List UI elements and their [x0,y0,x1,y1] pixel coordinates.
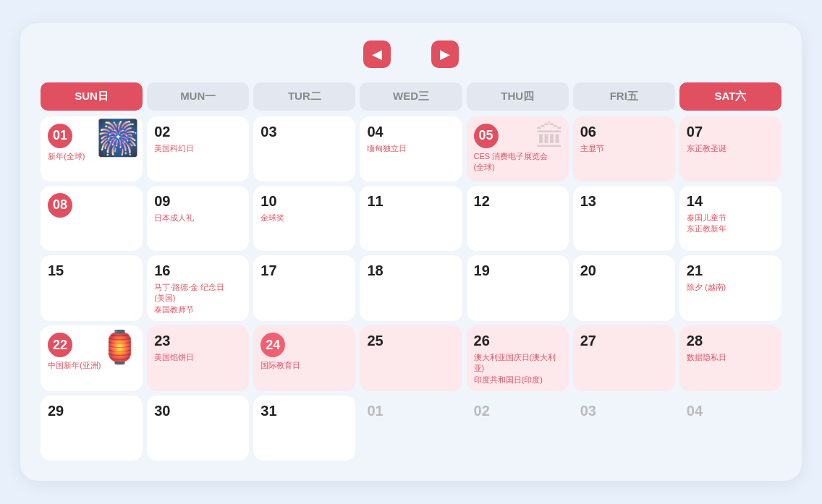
day-cell[interactable]: 15 [41,255,143,321]
day-cell[interactable]: 08 [41,186,143,251]
day-number: 10 [260,193,276,210]
event-label: 金球奖 [260,213,348,223]
day-number: 12 [474,193,490,210]
day-cell[interactable]: 07东正教圣诞 [679,116,781,181]
weekdays-row: SUN日MUN一TUR二WED三THU四FRI五SAT六 [41,82,781,111]
day-number: 22 [48,333,72,357]
day-number: 02 [474,403,490,419]
day-number: 15 [48,262,64,279]
day-number: 04 [367,124,383,140]
day-cell[interactable]: 28数据隐私日 [679,325,781,391]
prev-month-button[interactable]: ◀ [363,40,391,68]
event-label: 除夕 (越南) [687,282,774,293]
event-label: 东正教圣诞 [687,143,774,154]
event-label: 美国馅饼日 [154,352,242,363]
day-number: 23 [154,333,170,349]
day-cell[interactable]: 06主显节 [573,116,675,181]
day-number: 20 [580,262,596,279]
day-number: 03 [260,124,276,140]
day-number: 14 [687,193,703,210]
day-number: 01 [48,124,72,148]
day-number: 27 [580,333,596,349]
day-number: 26 [474,333,490,349]
day-cell[interactable]: 11 [360,186,462,251]
day-cell[interactable]: 22🏮中国新年(亚洲) [41,325,143,391]
day-cell[interactable]: 31 [253,396,355,461]
day-cell[interactable]: 04 [679,396,781,461]
day-cell[interactable]: 24国际教育日 [253,325,355,391]
day-cell[interactable]: 17 [253,255,355,321]
day-cell[interactable]: 19 [467,255,569,321]
day-number: 11 [367,193,383,210]
day-cell[interactable]: 14泰国儿童节 东正教新年 [679,186,781,251]
day-number: 17 [260,262,276,279]
day-cell[interactable]: 05🏛CES 消费电子展览会 (全球) [467,116,569,181]
event-label: CES 消费电子展览会 (全球) [474,151,562,174]
weekday-label: MUN一 [147,82,249,111]
calendar-container: ◀ ▶ SUN日MUN一TUR二WED三THU四FRI五SAT六 01🎆新年(全… [20,23,802,481]
day-cell[interactable]: 27 [573,325,675,391]
weekday-label: WED三 [360,82,462,111]
next-month-button[interactable]: ▶ [431,40,459,68]
day-cell[interactable]: 02 [467,396,569,461]
day-cell[interactable]: 01 [360,396,462,461]
day-number: 25 [367,333,383,349]
building-icon: 🏛 [535,121,564,153]
day-number: 01 [367,403,383,419]
day-cell[interactable]: 01🎆新年(全球) [41,116,143,181]
event-label: 数据隐私日 [687,352,774,363]
event-label: 澳大利亚国庆日(澳大利亚) 印度共和国日(印度) [474,352,562,385]
day-number: 03 [580,403,596,419]
day-number: 30 [154,403,170,419]
weekday-label: THU四 [467,82,569,111]
day-cell[interactable]: 23美国馅饼日 [147,325,249,391]
day-number: 02 [154,124,170,140]
day-cell[interactable]: 03 [253,116,355,181]
event-label: 新年(全球) [48,151,135,162]
day-cell[interactable]: 04缅甸独立日 [360,116,462,181]
day-cell[interactable]: 20 [573,255,675,321]
day-number: 31 [260,403,276,419]
weekday-label: TUR二 [253,82,355,111]
event-label: 中国新年(亚洲) [48,360,135,371]
day-cell[interactable]: 09日本成人礼 [147,186,249,251]
day-number: 28 [687,333,703,349]
day-cell[interactable]: 12 [467,186,569,251]
day-number: 19 [474,262,490,279]
day-cell[interactable]: 21除夕 (越南) [679,255,781,321]
event-label: 日本成人礼 [154,213,242,223]
event-label: 马丁·路德·金 纪念日 (美国) 泰国教师节 [154,282,242,315]
day-cell[interactable]: 29 [41,396,143,461]
day-cell[interactable]: 13 [573,186,675,251]
event-label: 国际教育日 [260,360,348,371]
day-number: 13 [580,193,596,210]
day-cell[interactable]: 30 [147,396,249,461]
day-cell[interactable]: 02美国科幻日 [147,116,249,181]
day-number: 06 [580,124,596,140]
day-cell[interactable]: 10金球奖 [253,186,355,251]
event-label: 泰国儿童节 东正教新年 [687,213,774,235]
day-cell[interactable]: 25 [360,325,462,391]
day-cell[interactable]: 03 [573,396,675,461]
weekday-label: FRI五 [573,82,675,111]
event-label: 主显节 [580,143,668,154]
day-number: 04 [687,403,703,419]
day-number: 18 [367,262,383,279]
days-grid: 01🎆新年(全球)02美国科幻日0304缅甸独立日05🏛CES 消费电子展览会 … [41,116,781,461]
day-number: 21 [687,262,703,279]
calendar-header: ◀ ▶ [41,40,781,68]
day-number: 09 [154,193,170,210]
weekday-label: SUN日 [41,82,143,111]
day-cell[interactable]: 18 [360,255,462,321]
event-label: 缅甸独立日 [367,143,454,154]
weekday-label: SAT六 [679,82,781,111]
event-label: 美国科幻日 [154,143,242,154]
day-number: 08 [48,193,72,218]
day-number: 24 [260,333,285,357]
day-cell[interactable]: 16马丁·路德·金 纪念日 (美国) 泰国教师节 [147,255,249,321]
day-number: 05 [474,124,499,148]
day-cell[interactable]: 26澳大利亚国庆日(澳大利亚) 印度共和国日(印度) [467,325,569,391]
day-number: 07 [687,124,703,140]
day-number: 29 [48,403,64,419]
day-number: 16 [154,262,170,279]
